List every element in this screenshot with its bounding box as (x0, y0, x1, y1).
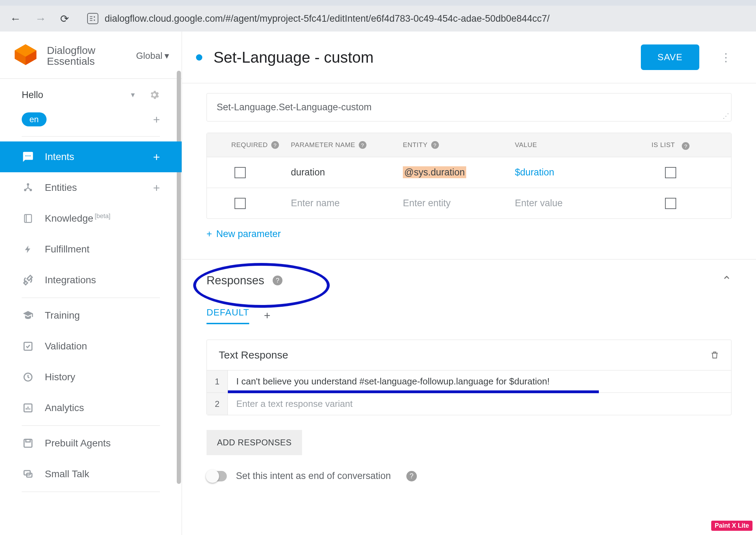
help-icon[interactable]: ? (273, 276, 282, 285)
add-intent-icon[interactable]: + (153, 150, 160, 164)
kebab-menu-icon[interactable]: ⋮ (720, 51, 732, 64)
responses-section-title: Responses (206, 274, 264, 287)
param-name-cell[interactable]: duration (291, 167, 403, 178)
end-conversation-toggle[interactable] (206, 471, 227, 481)
dialogflow-logo-icon (13, 43, 38, 69)
text-response-box: Text Response 1 I can't believe you unde… (206, 340, 732, 415)
param-name-input[interactable]: Enter name (291, 198, 403, 209)
sidebar-item-entities[interactable]: Entities + (0, 172, 182, 203)
agent-dropdown-icon[interactable]: ▾ (131, 90, 135, 99)
sidebar-item-label: Prebuilt Agents (45, 438, 111, 449)
svg-rect-16 (26, 439, 30, 442)
help-icon[interactable]: ? (431, 141, 439, 149)
tab-default[interactable]: DEFAULT (206, 307, 249, 324)
site-info-icon[interactable] (87, 13, 98, 24)
global-selector[interactable]: Global▾ (136, 50, 169, 61)
unsaved-dot-icon (196, 54, 202, 61)
analytics-icon (22, 402, 34, 414)
required-checkbox[interactable] (234, 167, 246, 178)
sidebar-item-knowledge[interactable]: Knowledge[beta] (0, 203, 182, 234)
svg-point-8 (27, 183, 29, 186)
svg-rect-15 (24, 439, 32, 447)
response-text-input[interactable]: Enter a text response variant (228, 394, 731, 414)
param-entity-cell[interactable]: @sys.duration (403, 167, 515, 178)
sidebar: Dialogflow Essentials Global▾ Hello ▾ en… (0, 32, 182, 535)
address-bar[interactable]: dialogflow.cloud.google.com/#/agent/mypr… (79, 9, 746, 28)
sidebar-item-label: Knowledge[beta] (45, 213, 111, 224)
save-button[interactable]: SAVE (641, 44, 699, 70)
agent-name: Hello (22, 90, 125, 100)
svg-rect-11 (24, 215, 31, 223)
response-text-input[interactable]: I can't believe you understand #set-lang… (228, 371, 731, 392)
sidebar-item-label: Small Talk (45, 468, 89, 480)
sidebar-item-label: Training (45, 310, 80, 321)
training-icon (22, 309, 34, 322)
sidebar-item-label: Analytics (45, 402, 84, 414)
knowledge-icon (22, 212, 34, 225)
resize-handle-icon[interactable]: ⋰ (723, 112, 729, 120)
svg-point-3 (94, 16, 95, 18)
add-entity-icon[interactable]: + (153, 181, 160, 195)
new-parameter-button[interactable]: + New parameter (206, 229, 281, 239)
sidebar-item-intents[interactable]: Intents + (0, 141, 182, 172)
help-icon[interactable]: ? (271, 141, 279, 149)
help-icon[interactable]: ? (359, 141, 366, 149)
sidebar-item-label: Fulfillment (45, 244, 90, 255)
intents-icon (22, 151, 34, 163)
param-value-input[interactable]: Enter value (515, 198, 634, 209)
add-language-icon[interactable]: + (153, 113, 160, 126)
help-icon[interactable]: ? (406, 471, 417, 481)
param-row-empty: Enter name Enter entity Enter value (207, 188, 731, 218)
integrations-icon (22, 274, 34, 286)
sidebar-item-smalltalk[interactable]: Small Talk (0, 459, 182, 489)
response-row: 1 I can't believe you understand #set-la… (207, 370, 731, 392)
sidebar-item-label: Validation (45, 341, 87, 352)
parameters-table: REQUIRED? PARAMETER NAME? ENTITY? VALUE … (206, 133, 732, 219)
text-response-title: Text Response (219, 349, 288, 361)
history-icon (22, 371, 34, 383)
sidebar-item-fulfillment[interactable]: Fulfillment (0, 234, 182, 265)
trash-icon[interactable] (710, 350, 719, 360)
sidebar-item-label: Entities (45, 182, 77, 193)
col-value: VALUE (515, 141, 537, 149)
sidebar-item-analytics[interactable]: Analytics (0, 392, 182, 423)
context-input[interactable]: Set-Language.Set-Language-custom ⋰ (206, 93, 732, 121)
svg-rect-2 (90, 20, 92, 21)
col-required: REQUIRED (231, 141, 268, 149)
url-text: dialogflow.cloud.google.com/#/agent/mypr… (105, 13, 550, 24)
response-row: 2 Enter a text response variant (207, 392, 731, 415)
required-checkbox[interactable] (234, 198, 246, 209)
islist-checkbox[interactable] (665, 167, 676, 178)
end-conversation-label: Set this intent as end of conversation (236, 471, 391, 481)
intent-title[interactable]: Set-Language - custom (214, 49, 630, 66)
caret-down-icon: ▾ (164, 50, 169, 61)
reload-icon[interactable]: ⟳ (60, 13, 69, 25)
help-icon[interactable]: ? (682, 142, 690, 150)
islist-checkbox[interactable] (665, 198, 676, 209)
sidebar-item-integrations[interactable]: Integrations (0, 265, 182, 296)
row-index: 1 (207, 370, 228, 392)
back-icon[interactable]: ← (10, 12, 21, 25)
sidebar-item-label: Intents (45, 151, 74, 162)
col-islist: IS LIST (652, 141, 675, 149)
sidebar-item-label: History (45, 371, 75, 383)
param-entity-input[interactable]: Enter entity (403, 198, 515, 209)
param-row: duration @sys.duration $duration (207, 157, 731, 188)
sidebar-item-history[interactable]: History (0, 362, 182, 392)
forward-icon[interactable]: → (35, 12, 46, 25)
param-value-cell[interactable]: $duration (515, 167, 634, 178)
add-responses-button[interactable]: ADD RESPONSES (206, 430, 302, 455)
browser-chrome: ← → ⟳ dialogflow.cloud.google.com/#/agen… (0, 0, 756, 32)
sidebar-item-validation[interactable]: Validation (0, 331, 182, 362)
add-tab-icon[interactable]: + (264, 309, 271, 322)
sidebar-item-prebuilt[interactable]: Prebuilt Agents (0, 428, 182, 459)
col-name: PARAMETER NAME (291, 141, 355, 149)
chevron-up-icon[interactable]: ⌃ (722, 273, 732, 287)
svg-point-4 (94, 20, 95, 21)
prebuilt-icon (22, 437, 34, 450)
content-header: Set-Language - custom SAVE ⋮ (182, 32, 756, 83)
sidebar-item-training[interactable]: Training (0, 300, 182, 331)
gear-icon[interactable] (149, 89, 160, 100)
entities-icon (22, 181, 34, 194)
language-pill[interactable]: en (22, 112, 47, 126)
